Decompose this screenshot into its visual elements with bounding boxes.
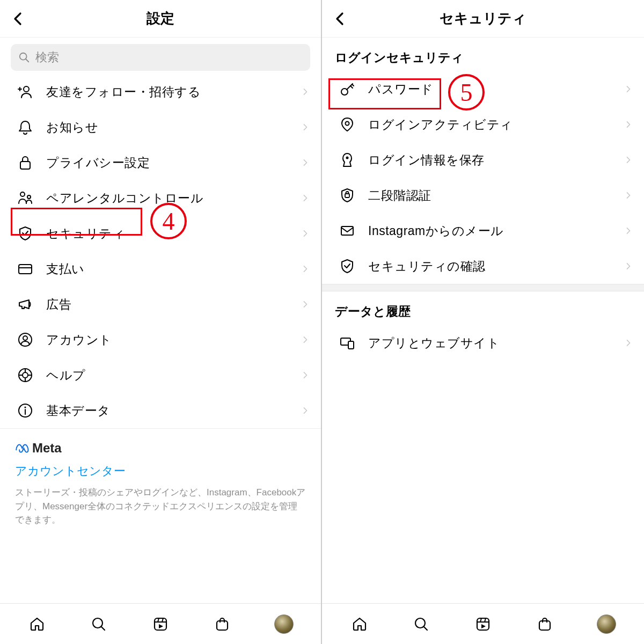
chevron-right-icon	[625, 83, 632, 96]
header: 設定	[0, 0, 321, 38]
chevron-right-icon	[302, 404, 309, 417]
menu-item-info[interactable]: 基本データ	[0, 393, 321, 428]
bottom-nav	[0, 603, 321, 644]
chevron-right-icon	[625, 260, 632, 273]
menu-item-devices[interactable]: アプリとウェブサイト	[322, 325, 644, 361]
nav-shop[interactable]	[534, 613, 555, 635]
meta-logo: Meta	[15, 441, 306, 456]
menu-item-account[interactable]: アカウント	[0, 322, 321, 357]
meta-description: ストーリーズ・投稿のシェアやログインなど、Instagram、Facebookア…	[15, 486, 306, 527]
back-button[interactable]	[332, 11, 348, 27]
menu-item-label: ログイン情報を保存	[368, 152, 625, 169]
menu-item-label: ヘルプ	[46, 367, 302, 384]
menu-item-label: 広告	[46, 296, 302, 313]
shield-check-icon	[338, 257, 356, 275]
menu-item-label: 二段階認証	[368, 187, 625, 204]
search-icon	[18, 52, 30, 63]
search-input[interactable]: 検索	[11, 44, 310, 71]
chevron-right-icon	[302, 121, 309, 134]
section-data-history: データと履歴	[322, 291, 644, 325]
chevron-right-icon	[625, 224, 632, 237]
menu-item-label: アカウント	[46, 332, 302, 348]
menu-item-parental[interactable]: ペアレンタルコントロール	[0, 180, 321, 216]
bell-icon	[16, 118, 34, 136]
menu-item-pin[interactable]: ログインアクティビティ	[322, 107, 644, 142]
devices-icon	[338, 334, 356, 352]
menu-item-shield-check[interactable]: セキュリティの確認	[322, 248, 644, 284]
nav-home[interactable]	[349, 613, 370, 635]
menu-item-lock[interactable]: プライバシー設定	[0, 145, 321, 180]
lock-icon	[16, 153, 34, 172]
nav-shop[interactable]	[211, 613, 233, 635]
menu-item-label: 友達をフォロー・招待する	[46, 84, 302, 100]
menu-item-keyhole[interactable]: ログイン情報を保存	[322, 142, 644, 178]
security-content: ログインセキュリティ パスワードログインアクティビティログイン情報を保存二段階認…	[322, 38, 644, 603]
key-icon	[338, 80, 356, 98]
security-screen: セキュリティ ログインセキュリティ パスワードログインアクティビティログイン情報…	[322, 0, 644, 644]
menu-item-label: ログインアクティビティ	[368, 116, 625, 133]
nav-profile[interactable]	[596, 613, 617, 635]
search-placeholder: 検索	[35, 49, 59, 65]
chevron-right-icon	[302, 262, 309, 275]
info-icon	[16, 401, 34, 420]
menu-item-label: プライバシー設定	[46, 155, 302, 171]
header: セキュリティ	[322, 0, 644, 38]
chevron-right-icon	[302, 85, 309, 98]
card-icon	[16, 260, 34, 278]
settings-screen: 設定 検索 友達をフォロー・招待するお知らせプライバシー設定ペアレンタルコントロ…	[0, 0, 322, 644]
chevron-right-icon	[625, 189, 632, 202]
menu-item-add-person[interactable]: 友達をフォロー・招待する	[0, 74, 321, 109]
menu-item-shield-2fa[interactable]: 二段階認証	[322, 178, 644, 213]
avatar-icon	[597, 614, 616, 634]
chevron-right-icon	[302, 156, 309, 169]
keyhole-icon	[338, 151, 356, 169]
page-title: セキュリティ	[440, 9, 526, 28]
add-person-icon	[16, 83, 34, 101]
meta-section: Meta アカウントセンター ストーリーズ・投稿のシェアやログインなど、Inst…	[0, 428, 321, 532]
chevron-right-icon	[302, 227, 309, 240]
parental-icon	[16, 189, 34, 207]
menu-item-megaphone[interactable]: 広告	[0, 287, 321, 322]
chevron-right-icon	[625, 118, 632, 131]
shield-2fa-icon	[338, 186, 356, 204]
menu-item-label: ペアレンタルコントロール	[46, 190, 302, 207]
section-divider	[322, 284, 644, 291]
settings-content: 検索 友達をフォロー・招待するお知らせプライバシー設定ペアレンタルコントロールセ…	[0, 38, 321, 603]
megaphone-icon	[16, 295, 34, 313]
back-button[interactable]	[10, 11, 26, 27]
menu-item-card[interactable]: 支払い	[0, 251, 321, 287]
chevron-right-icon	[302, 333, 309, 346]
chevron-right-icon	[302, 298, 309, 311]
menu-item-shield-check[interactable]: セキュリティ	[0, 216, 321, 251]
menu-item-mail[interactable]: Instagramからのメール	[322, 213, 644, 248]
shield-check-icon	[16, 224, 34, 243]
chevron-right-icon	[302, 192, 309, 204]
mail-icon	[338, 222, 356, 240]
menu-item-label: 支払い	[46, 261, 302, 277]
bottom-nav	[322, 603, 644, 644]
page-title: 設定	[147, 9, 174, 28]
menu-item-label: 基本データ	[46, 402, 302, 419]
nav-search[interactable]	[88, 613, 109, 635]
help-icon	[16, 366, 34, 384]
pin-icon	[338, 115, 356, 134]
menu-item-label: セキュリティの確認	[368, 258, 625, 275]
accounts-center-link[interactable]: アカウントセンター	[15, 463, 306, 479]
account-icon	[16, 331, 34, 349]
nav-search[interactable]	[411, 613, 432, 635]
chevron-right-icon	[302, 369, 309, 382]
nav-profile[interactable]	[273, 613, 295, 635]
menu-item-label: Instagramからのメール	[368, 223, 625, 239]
avatar-icon	[274, 614, 294, 634]
menu-item-label: お知らせ	[46, 119, 302, 136]
nav-reels[interactable]	[150, 613, 171, 635]
menu-item-help[interactable]: ヘルプ	[0, 357, 321, 393]
nav-reels[interactable]	[472, 613, 494, 635]
meta-brand-text: Meta	[32, 441, 62, 456]
menu-item-bell[interactable]: お知らせ	[0, 109, 321, 145]
chevron-right-icon	[625, 336, 632, 349]
chevron-right-icon	[625, 153, 632, 166]
menu-item-key[interactable]: パスワード	[322, 71, 644, 107]
nav-home[interactable]	[26, 613, 48, 635]
menu-item-label: セキュリティ	[46, 225, 302, 242]
